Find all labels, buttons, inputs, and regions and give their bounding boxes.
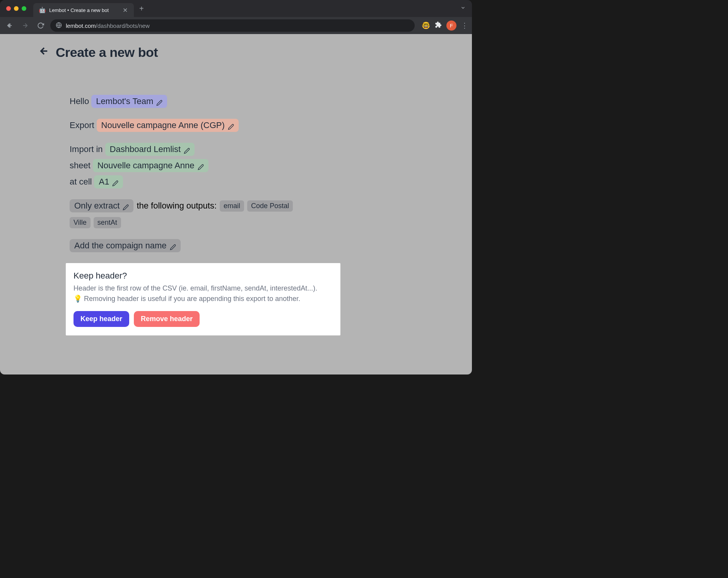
site-info-icon[interactable] [56,22,62,29]
keep-header-button[interactable]: Keep header [73,311,129,327]
import-label: Import in [70,144,103,154]
sheet-label: sheet [70,161,91,171]
browser-tab[interactable]: 🤖 Lembot • Create a new bot ✕ [33,3,134,17]
output-tag[interactable]: sentAt [94,217,121,228]
add-campaign-name-pill[interactable]: Add the compaign name [70,239,181,252]
nav-right: 🤓 F ⋮ [422,21,468,31]
extract-mode-label: Only extract [74,201,120,211]
pencil-icon [156,98,162,104]
output-tag[interactable]: Code Postal [247,200,293,212]
pencil-icon [112,179,118,185]
titlebar: 🤖 Lembot • Create a new bot ✕ + [0,0,472,17]
sheet-name: Nouvelle campagne Anne [97,161,195,171]
window-close-icon[interactable] [6,6,11,11]
cell-pill[interactable]: A1 [94,175,123,188]
dialog-line-1: Header is the first row of the CSV (ie. … [73,283,333,294]
pencil-icon [184,146,190,152]
extensions-menu-icon[interactable] [435,21,442,30]
extension-icon[interactable]: 🤓 [422,21,430,30]
output-tag[interactable]: Ville [70,217,91,228]
hello-line: Hello Lembot's Team [70,95,317,108]
outputs-label: the following outputs: [137,201,217,211]
browser-window: 🤖 Lembot • Create a new bot ✕ + lembot.c… [0,0,472,375]
sheet-pill[interactable]: Nouvelle campagne Anne [93,159,208,172]
cell-line: at cell A1 [70,175,317,188]
export-line: Export Nouvelle campagne Anne (CGP) [70,119,317,132]
spreadsheet-pill[interactable]: Dashboard Lemlist [105,143,195,156]
pencil-icon [198,162,204,169]
nav-bar: lembot.com/dashboard/bots/new 🤓 F ⋮ [0,17,472,34]
pencil-icon [170,243,176,249]
tabs-dropdown-icon[interactable] [460,5,466,12]
remove-header-button[interactable]: Remove header [134,311,200,327]
hello-label: Hello [70,96,89,106]
nav-forward-icon [19,20,31,31]
keep-header-card: Keep header? Header is the first row of … [66,263,340,335]
team-pill[interactable]: Lembot's Team [91,95,167,108]
import-line: Import in Dashboard Lemlist [70,143,317,156]
campaign-name: Nouvelle campagne Anne (CGP) [101,120,225,130]
sheet-line: sheet Nouvelle campagne Anne [70,159,317,172]
campaign-pill[interactable]: Nouvelle campagne Anne (CGP) [97,119,239,132]
page-content: Create a new bot Hello Lembot's Team Exp… [0,34,472,375]
outputs-line: Only extract the following outputs: emai… [70,199,317,212]
window-maximize-icon[interactable] [22,6,26,11]
url-bar[interactable]: lembot.com/dashboard/bots/new [50,19,415,32]
tab-title: Lembot • Create a new bot [49,7,119,13]
tab-close-icon[interactable]: ✕ [122,7,128,14]
dialog-line-2: 💡 Removing header is useful if you are a… [73,294,333,304]
cell-value: A1 [99,177,109,187]
pencil-icon [228,122,234,128]
profile-avatar[interactable]: F [446,21,456,31]
browser-menu-icon[interactable]: ⋮ [461,21,468,30]
url-text: lembot.com/dashboard/bots/new [66,22,150,29]
add-campaign-name-label: Add the compaign name [74,241,167,251]
outputs-tags-row2: Ville sentAt [70,217,317,228]
team-name: Lembot's Team [96,96,153,106]
tab-favicon: 🤖 [39,7,46,14]
nav-reload-icon[interactable] [35,20,46,31]
output-tag[interactable]: email [220,200,244,212]
wizard-content: Hello Lembot's Team Export Nouvelle camp… [39,95,317,335]
nav-back-icon[interactable] [4,20,15,31]
new-tab-button[interactable]: + [139,4,144,13]
window-minimize-icon[interactable] [14,6,19,11]
spreadsheet-name: Dashboard Lemlist [110,144,181,154]
add-campaign-name-line: Add the compaign name [70,239,317,252]
page-header: Create a new bot [39,45,433,60]
cell-label: at cell [70,177,92,187]
dialog-title: Keep header? [73,271,333,281]
back-button[interactable] [39,46,50,59]
export-label: Export [70,120,94,130]
pencil-icon [123,203,129,209]
dialog-actions: Keep header Remove header [73,311,333,327]
traffic-lights [6,6,26,11]
extract-mode-pill[interactable]: Only extract [70,199,133,212]
page-title: Create a new bot [56,45,158,60]
